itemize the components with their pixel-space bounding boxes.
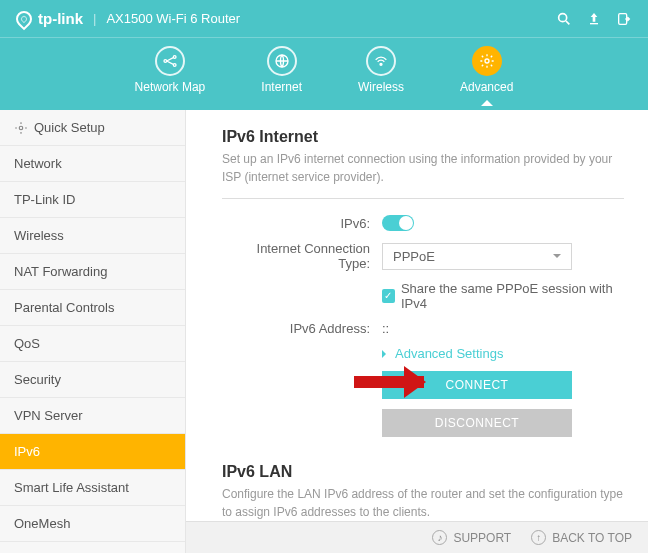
ipv6-address-label: IPv6 Address: (222, 321, 382, 336)
title-divider: | (93, 11, 96, 26)
advanced-settings-link[interactable]: Advanced Settings (382, 346, 624, 361)
header: tp-link | AX1500 Wi-Fi 6 Router Network … (0, 0, 648, 110)
network-map-icon (155, 46, 185, 76)
arrow-up-icon: ↑ (531, 530, 546, 545)
svg-rect-2 (590, 23, 598, 24)
sidebar-item-onemesh[interactable]: OneMesh (0, 506, 185, 542)
footer: ♪ SUPPORT ↑ BACK TO TOP (186, 521, 648, 553)
sidebar-label: NAT Forwarding (14, 264, 107, 279)
sidebar-label: Parental Controls (14, 300, 114, 315)
advanced-settings-label: Advanced Settings (395, 346, 503, 361)
svg-point-0 (559, 13, 567, 21)
back-to-top-button[interactable]: ↑ BACK TO TOP (531, 530, 632, 545)
sidebar-label: TP-Link ID (14, 192, 75, 207)
sidebar-item-tplink-id[interactable]: TP-Link ID (0, 182, 185, 218)
ipv6-toggle[interactable] (382, 215, 414, 231)
tab-advanced[interactable]: Advanced (460, 46, 513, 94)
sidebar-label: QoS (14, 336, 40, 351)
sidebar-item-network[interactable]: Network (0, 146, 185, 182)
svg-point-8 (380, 63, 382, 65)
topbar-actions (556, 11, 632, 27)
sidebar-label: Wireless (14, 228, 64, 243)
sidebar-item-quick-setup[interactable]: Quick Setup (0, 110, 185, 146)
content-pane: IPv6 Internet Set up an IPv6 internet co… (186, 110, 648, 553)
sidebar-label: VPN Server (14, 408, 83, 423)
back-to-top-label: BACK TO TOP (552, 531, 632, 545)
sidebar-item-security[interactable]: Security (0, 362, 185, 398)
tplink-logo-icon (13, 7, 36, 30)
svg-line-1 (566, 21, 569, 24)
svg-point-10 (19, 126, 23, 130)
ipv6-toggle-label: IPv6: (222, 216, 382, 231)
brand-text: tp-link (38, 10, 83, 27)
search-icon[interactable] (556, 11, 572, 27)
internet-icon (267, 46, 297, 76)
tab-label: Network Map (135, 80, 206, 94)
svg-point-4 (164, 60, 167, 63)
disconnect-button: DISCONNECT (382, 409, 572, 437)
main-tabs: Network Map Internet Wireless Advanced (0, 38, 648, 94)
svg-point-5 (173, 56, 176, 59)
sidebar-item-smart-life[interactable]: Smart Life Assistant (0, 470, 185, 506)
brand-logo: tp-link (16, 10, 83, 27)
triangle-right-icon (382, 350, 390, 358)
support-label: SUPPORT (453, 531, 511, 545)
sidebar-label: Security (14, 372, 61, 387)
connect-button[interactable]: CONNECT (382, 371, 572, 399)
sidebar-item-nat-forwarding[interactable]: NAT Forwarding (0, 254, 185, 290)
sidebar-item-ipv6[interactable]: IPv6 (0, 434, 185, 470)
tab-label: Advanced (460, 80, 513, 94)
conn-type-select[interactable]: PPPoE (382, 243, 572, 270)
svg-point-9 (485, 59, 489, 63)
section-title-ipv6-lan: IPv6 LAN (222, 463, 624, 481)
ipv6-address-value: :: (382, 321, 624, 336)
wireless-icon (366, 46, 396, 76)
sidebar-label: Network (14, 156, 62, 171)
advanced-icon (472, 46, 502, 76)
sidebar-label: IPv6 (14, 444, 40, 459)
sidebar-label: OneMesh (14, 516, 70, 531)
sidebar-item-wireless[interactable]: Wireless (0, 218, 185, 254)
conn-type-label: Internet Connection Type: (222, 241, 382, 271)
tab-label: Wireless (358, 80, 404, 94)
svg-point-6 (173, 64, 176, 67)
sidebar-label: Smart Life Assistant (14, 480, 129, 495)
support-icon: ♪ (432, 530, 447, 545)
gear-icon (14, 121, 28, 135)
support-button[interactable]: ♪ SUPPORT (432, 530, 511, 545)
share-pppoe-checkbox[interactable]: ✓ (382, 289, 395, 303)
update-icon[interactable] (586, 11, 602, 27)
tab-network-map[interactable]: Network Map (135, 46, 206, 94)
logout-icon[interactable] (616, 11, 632, 27)
sidebar: Quick Setup Network TP-Link ID Wireless … (0, 110, 186, 553)
share-pppoe-label: Share the same PPPoE session with IPv4 (401, 281, 624, 311)
tab-wireless[interactable]: Wireless (358, 46, 404, 94)
sidebar-item-vpn-server[interactable]: VPN Server (0, 398, 185, 434)
conn-type-value: PPPoE (393, 249, 435, 264)
sidebar-label: Quick Setup (34, 120, 105, 135)
tab-internet[interactable]: Internet (261, 46, 302, 94)
tab-label: Internet (261, 80, 302, 94)
topbar: tp-link | AX1500 Wi-Fi 6 Router (0, 0, 648, 38)
sidebar-item-parental-controls[interactable]: Parental Controls (0, 290, 185, 326)
chevron-down-icon (553, 254, 561, 262)
section-title-ipv6-internet: IPv6 Internet (222, 128, 624, 146)
sidebar-item-system[interactable]: System (0, 542, 185, 553)
section-desc-ipv6-internet: Set up an IPv6 internet connection using… (222, 150, 624, 199)
model-name: AX1500 Wi-Fi 6 Router (106, 11, 240, 26)
sidebar-item-qos[interactable]: QoS (0, 326, 185, 362)
